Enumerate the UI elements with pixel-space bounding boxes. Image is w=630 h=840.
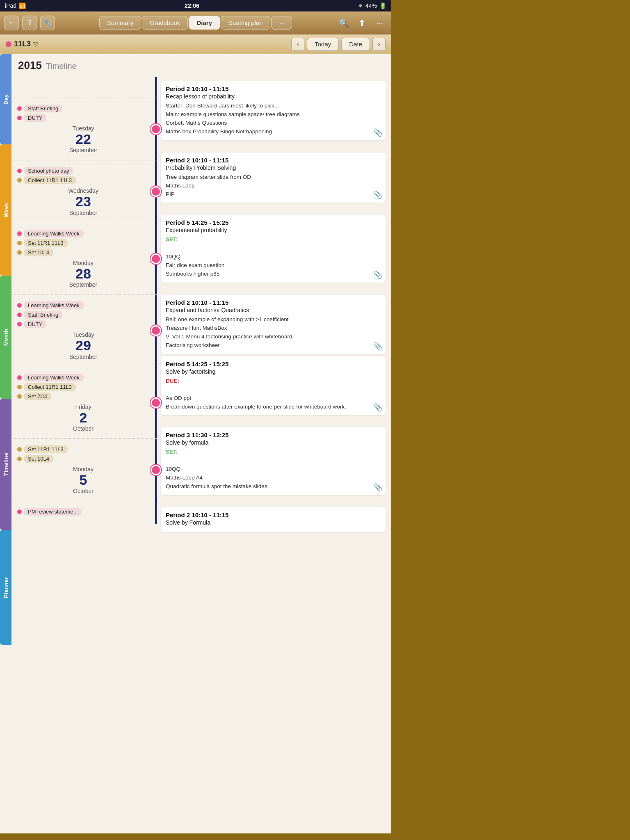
card-tue29-p2[interactable]: Period 2 10:10 - 11:15 Expand and factor… — [161, 295, 386, 354]
paperclip-fri2: 📎 — [373, 483, 382, 492]
dot-pink-walks29 — [17, 303, 22, 308]
dot-tan-set1-28 — [17, 241, 22, 245]
card-top-partial[interactable]: Period 2 10:10 - 11:15 Recap lesson of p… — [161, 81, 386, 140]
nav-right-icons: 🔍 ⬆ ··· — [336, 16, 387, 30]
due-label-tue29: DUE: — [166, 378, 179, 384]
fri2-tag-collect: Collect 11R1 11L3 — [17, 383, 149, 391]
date-box-mon28: Monday 28 September — [17, 260, 149, 288]
section-tue22-left: Staff Briefing DUTY Tuesday 22 Sep — [11, 98, 155, 160]
tue22-tags: Staff Briefing DUTY — [17, 105, 149, 122]
wed23-cards: Period 2 10:10 - 11:15 Probability Probl… — [155, 148, 391, 207]
section-tue29-left: Learning Walks Week Staff Briefing DUTY — [11, 295, 155, 366]
card-subtitle-mon28-p5: Experimental probability — [166, 227, 373, 233]
section-last-left: PM review stateme... — [11, 501, 155, 524]
last-tag-pm: PM review stateme... — [17, 508, 149, 516]
section-tue22: Staff Briefing DUTY Tuesday 22 Sep — [11, 98, 155, 160]
tab-diary[interactable]: Diary — [189, 16, 220, 30]
date-box-tue29: Tuesday 29 September — [17, 331, 149, 360]
card-title-tue29-p2: Period 2 10:10 - 11:15 — [166, 299, 373, 306]
side-nav: Day Week Month Timeline Planner — [0, 54, 11, 833]
day-num-fri2: 2 — [17, 410, 149, 425]
date-box-wed23: Wednesday 23 September — [17, 187, 149, 216]
tag-label-set2-28: Set 10L4 — [24, 249, 53, 256]
mon28-tag-walks: Learning Walks Week — [17, 230, 149, 237]
dot-pink-pm — [17, 509, 22, 514]
year-label: 2015 — [18, 59, 42, 72]
tab-more[interactable]: ··· — [271, 16, 292, 30]
tag-label-collect: Collect 11R1 11L3 — [24, 176, 76, 184]
section-last: PM review stateme... — [11, 501, 155, 524]
tue29-tags: Learning Walks Week Staff Briefing DUTY — [17, 301, 149, 328]
next-button[interactable]: › — [372, 38, 386, 51]
ipad-label: iPad — [5, 2, 16, 9]
today-button[interactable]: Today — [307, 38, 339, 51]
side-tab-week[interactable]: Week — [0, 144, 11, 276]
card-subtitle-wed23-p2: Probability Problem Solving — [166, 164, 373, 171]
line-tue22 — [155, 98, 157, 160]
dot-tan-set1-5 — [17, 447, 22, 452]
node-tue22 — [151, 124, 161, 135]
tag-label-set1-5: Set 11R1 11L3 — [24, 445, 68, 453]
tag-label-set-2: Set 7C4 — [24, 393, 51, 400]
set-label-mon28: SET: — [166, 236, 178, 242]
paperclip-top: 📎 — [373, 128, 382, 137]
set-label-fri2: SET: — [166, 449, 178, 455]
back-button[interactable]: ← — [4, 16, 19, 30]
card-fri2-p3[interactable]: Period 3 11:30 - 12:25 Solve by formula … — [161, 427, 386, 495]
card-subtitle-tue29-p5: Solve by factorising — [166, 368, 373, 375]
section-tue29: Learning Walks Week Staff Briefing DUTY — [11, 295, 155, 367]
card-wed23-p2[interactable]: Period 2 10:10 - 11:15 Probability Probl… — [161, 153, 386, 203]
paperclip-tue29-p5: 📎 — [373, 403, 382, 412]
day-label-mon5: Monday — [17, 466, 149, 472]
side-tab-timeline[interactable]: Timeline — [0, 399, 11, 530]
card-subtitle-mon5-p2: Solve by Formula — [166, 519, 373, 526]
filter-icon[interactable]: ▽ — [33, 40, 38, 48]
battery-display: 44% — [365, 2, 377, 9]
mon5-tag-set2: Set 10L4 — [17, 455, 149, 463]
date-button[interactable]: Date — [341, 38, 370, 51]
line-fri2 — [155, 367, 157, 438]
tab-seating-plan[interactable]: Seating plan — [221, 16, 270, 30]
mon28-tags: Learning Walks Week Set 11R1 11L3 Set 10… — [17, 230, 149, 256]
dot-pink-duty — [17, 116, 22, 120]
dot-pink-photo — [17, 169, 22, 173]
dot-pink-walks28 — [17, 231, 22, 236]
card-mon5-p2[interactable]: Period 2 10:10 - 11:15 Solve by Formula — [161, 507, 386, 532]
side-tab-planner[interactable]: Planner — [0, 530, 11, 645]
day-label-mon28: Monday — [17, 260, 149, 266]
section-fri2-left: Learning Walks Week Collect 11R1 11L3 Se… — [11, 367, 155, 438]
section-mon5-left: Set 11R1 11L3 Set 10L4 Monday 5 Oc — [11, 439, 155, 501]
search-button[interactable]: 🔍 — [336, 16, 351, 30]
tab-gradebook[interactable]: Gradebook — [142, 16, 188, 30]
time-display: 22:06 — [185, 2, 199, 9]
tl-right: Period 2 10:10 - 11:15 Recap lesson of p… — [155, 77, 391, 833]
help-button[interactable]: ? — [22, 16, 37, 30]
month-label-wed23: September — [17, 210, 149, 216]
paperclip-tue29-p2: 📎 — [373, 342, 382, 351]
card-title-tue29-p5: Period 5 14:25 - 15:25 — [166, 361, 373, 368]
overflow-button[interactable]: ··· — [372, 16, 387, 30]
tl-left: Staff Briefing DUTY Tuesday 22 Sep — [11, 77, 155, 833]
tab-summary[interactable]: Summary — [99, 16, 141, 30]
section-wed23: School photo day Collect 11R1 11L3 Wedne… — [11, 160, 155, 223]
card-body-top: Starter: Don Steward Jars most likely to… — [166, 102, 373, 136]
month-label-tue29: September — [17, 354, 149, 360]
dot-pink — [17, 106, 22, 111]
section-mon28-left: Learning Walks Week Set 11R1 11L3 Set 10… — [11, 223, 155, 294]
card-mon28-p5[interactable]: Period 5 14:25 - 15:25 Experimental prob… — [161, 215, 386, 283]
status-bar: iPad 📶 22:06 ✴ 44% 🔋 — [0, 0, 391, 11]
dot-tan-set2-5 — [17, 457, 22, 461]
card-title-wed23-p2: Period 2 10:10 - 11:15 — [166, 157, 373, 164]
settings-button[interactable]: 🔧 — [40, 16, 55, 30]
tag-label-walks28: Learning Walks Week — [24, 230, 84, 237]
side-tab-day[interactable]: Day — [0, 54, 11, 144]
tag-label-photo: School photo day — [24, 167, 73, 175]
side-tab-month[interactable]: Month — [0, 276, 11, 399]
card-title-fri2-p3: Period 3 11:30 - 12:25 — [166, 431, 373, 438]
line-mon28 — [155, 223, 157, 294]
card-tue29-p5[interactable]: Period 5 14:25 - 15:25 Solve by factoris… — [161, 356, 386, 415]
prev-button[interactable]: ‹ — [291, 38, 304, 51]
node-tue29 — [151, 325, 161, 336]
day-label-tue29: Tuesday — [17, 331, 149, 338]
share-button[interactable]: ⬆ — [354, 16, 369, 30]
